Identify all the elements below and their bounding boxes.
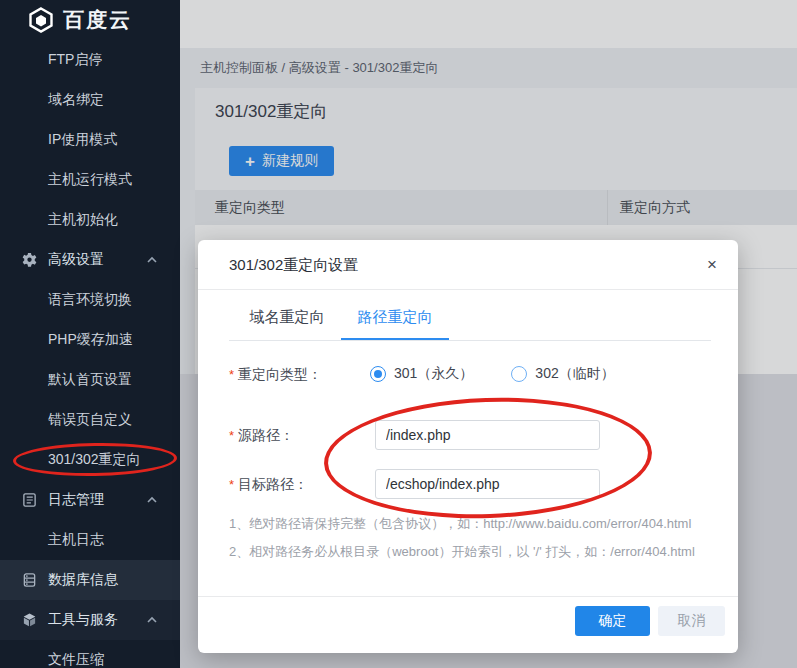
source-path-label: 源路径： — [238, 427, 294, 443]
redirect-settings-modal: 301/302重定向设置 × 域名重定向 路径重定向 *重定向类型： 301（永… — [198, 240, 738, 653]
form-row-target-path: *目标路径： — [229, 469, 711, 499]
annotation-ellipse-inputs — [322, 392, 654, 523]
sidebar-item-host-init[interactable]: 主机初始化 — [0, 200, 180, 240]
modal-header: 301/302重定向设置 × — [198, 240, 738, 290]
close-icon[interactable]: × — [700, 253, 724, 277]
logo: 百度云 — [0, 0, 180, 40]
form-row-source-path: *源路径： — [229, 420, 711, 450]
sidebar-item-domain-binding[interactable]: 域名绑定 — [0, 80, 180, 120]
tab-domain-redirect[interactable]: 域名重定向 — [233, 295, 341, 341]
footer-divider — [198, 596, 738, 597]
sidebar: 百度云 FTP启停 域名绑定 IP使用模式 主机运行模式 主机初始化 高级设置 … — [0, 0, 180, 668]
modal-tabs: 域名重定向 路径重定向 — [233, 295, 449, 341]
radio-301-permanent[interactable]: 301（永久） — [370, 365, 473, 383]
tab-path-redirect[interactable]: 路径重定向 — [341, 295, 449, 341]
sidebar-item-ftp-switch[interactable]: FTP启停 — [0, 40, 180, 80]
sidebar-item-ip-mode[interactable]: IP使用模式 — [0, 120, 180, 160]
gear-icon — [22, 253, 37, 268]
chevron-up-icon — [146, 616, 158, 624]
required-asterisk: * — [229, 428, 234, 443]
modal-title: 301/302重定向设置 — [229, 240, 358, 290]
sidebar-item-error-page[interactable]: 错误页自定义 — [0, 400, 180, 440]
database-icon — [22, 573, 37, 588]
required-asterisk: * — [229, 477, 234, 492]
sidebar-item-host-log[interactable]: 主机日志 — [0, 520, 180, 560]
sidebar-item-php-cache[interactable]: PHP缓存加速 — [0, 320, 180, 360]
radio-selected-icon[interactable] — [370, 366, 386, 382]
required-asterisk: * — [229, 367, 234, 382]
logo-text: 百度云 — [63, 6, 132, 34]
cancel-button[interactable]: 取消 — [658, 606, 725, 636]
note-relative-path: 2、相对路径务必从根目录（webroot）开始索引，以 '/' 打头，如：/er… — [229, 543, 695, 561]
tabs-baseline — [229, 340, 711, 341]
form-row-redirect-type: *重定向类型： 301（永久） 302（临时） — [229, 360, 711, 388]
target-path-input[interactable] — [375, 469, 600, 499]
log-list-icon — [22, 493, 37, 508]
sidebar-group-advanced-settings[interactable]: 高级设置 — [0, 240, 180, 280]
chevron-up-icon — [146, 256, 158, 264]
redirect-type-radios: 301（永久） 302（临时） — [370, 360, 615, 388]
sidebar-menu: FTP启停 域名绑定 IP使用模式 主机运行模式 主机初始化 高级设置 语言环境… — [0, 40, 180, 668]
redirect-type-label: 重定向类型： — [238, 366, 322, 382]
sidebar-item-file-compress[interactable]: 文件压缩 — [0, 640, 180, 668]
sidebar-group-tools-services[interactable]: 工具与服务 — [0, 600, 180, 640]
target-path-label: 目标路径： — [238, 476, 308, 492]
sidebar-item-host-run-mode[interactable]: 主机运行模式 — [0, 160, 180, 200]
radio-unselected-icon[interactable] — [511, 366, 527, 382]
toolbox-cube-icon — [22, 613, 37, 628]
note-absolute-path: 1、绝对路径请保持完整（包含协议），如：http://www.baidu.com… — [229, 515, 691, 533]
sidebar-item-default-index[interactable]: 默认首页设置 — [0, 360, 180, 400]
radio-302-temporary[interactable]: 302（临时） — [511, 365, 614, 383]
confirm-button[interactable]: 确定 — [575, 606, 650, 636]
chevron-up-icon — [146, 496, 158, 504]
sidebar-item-301-302-redirect[interactable]: 301/302重定向 — [0, 440, 180, 480]
sidebar-item-language-env[interactable]: 语言环境切换 — [0, 280, 180, 320]
sidebar-group-database-info[interactable]: 数据库信息 — [0, 560, 180, 600]
baidu-cloud-logo-icon — [28, 7, 54, 33]
source-path-input[interactable] — [375, 420, 600, 450]
sidebar-group-log-management[interactable]: 日志管理 — [0, 480, 180, 520]
